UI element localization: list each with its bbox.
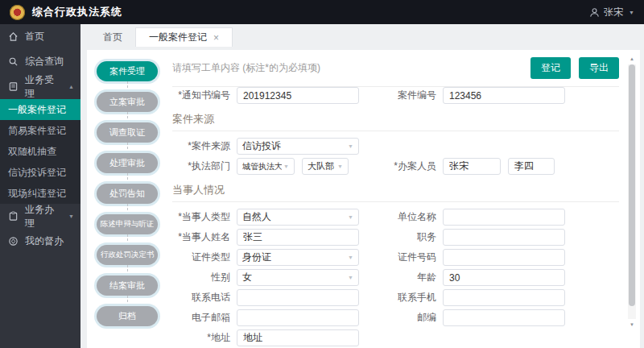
age-input[interactable] — [443, 269, 565, 286]
party-type-label: *当事人类型 — [172, 210, 237, 224]
org-name-input[interactable] — [443, 209, 565, 226]
step-investigation[interactable]: 调查取证 — [97, 122, 158, 143]
scroll-up-icon[interactable]: ▲ — [628, 55, 636, 63]
home-icon — [8, 31, 19, 42]
handler1-input[interactable] — [443, 158, 501, 175]
mobile-label: 联系手机 — [374, 291, 443, 304]
close-icon[interactable]: × — [213, 33, 219, 43]
id-type-select[interactable]: 身份证 ▼ — [237, 249, 359, 266]
org-name-label: 单位名称 — [374, 210, 443, 224]
gender-select[interactable]: 女 ▼ — [237, 269, 359, 286]
step-filing-approval[interactable]: 立案审批 — [97, 92, 158, 112]
zip-label: 邮编 — [374, 311, 443, 325]
step-archive[interactable]: 归档 — [97, 306, 158, 326]
sidebar-item-onsite[interactable]: 现场纠违登记 — [0, 183, 80, 204]
step-penalty-decision[interactable]: 行政处罚决定书 — [97, 245, 158, 265]
workflow-steps: 案件受理 立案审批 调查取证 处理审批 处罚告知 陈述申辩与听证 行政处罚决定书… — [87, 50, 161, 348]
step-case-acceptance[interactable]: 案件受理 — [97, 61, 158, 81]
tab-general-case[interactable]: 一般案件登记 × — [135, 27, 233, 47]
chevron-down-icon: ▼ — [348, 214, 353, 220]
register-button[interactable]: 登记 — [530, 57, 571, 79]
law-subdept-select[interactable]: 大队部 ▼ — [302, 158, 349, 175]
sidebar-item-general-case[interactable]: 一般案件登记 — [0, 99, 80, 120]
step-handling-approval[interactable]: 处理审批 — [97, 153, 158, 173]
case-no-label: 案件编号 — [374, 89, 443, 102]
party-name-input[interactable] — [237, 229, 359, 246]
sidebar-item-query[interactable]: 综合查询 — [0, 49, 80, 74]
document-icon — [8, 81, 19, 92]
handlers-label: *办案人员 — [374, 160, 443, 173]
export-button[interactable]: 导出 — [579, 57, 619, 79]
case-source-select[interactable]: 信访投诉 ▼ — [237, 138, 359, 155]
email-input[interactable] — [237, 309, 359, 326]
chevron-down-icon: ▼ — [629, 10, 634, 15]
chevron-down-icon: ▼ — [337, 164, 343, 169]
step-connector — [127, 112, 128, 122]
step-connector — [127, 81, 128, 92]
sidebar-item-supervision[interactable]: 我的督办 — [0, 229, 80, 254]
emblem-logo-icon — [10, 5, 25, 20]
section-party-info: 当事人情况 — [172, 178, 619, 202]
email-label: 电子邮箱 — [172, 311, 237, 325]
law-dept-select[interactable]: 城管执法大队 ▼ — [237, 158, 295, 175]
position-label: 职务 — [374, 230, 443, 244]
gender-label: 性别 — [172, 271, 237, 284]
chevron-down-icon: ▼ — [68, 213, 74, 219]
notice-no-label: *通知书编号 — [172, 89, 237, 102]
form-header: 请填写工单内容 (标注*的为必填项) 登记 导出 — [172, 50, 619, 87]
chevron-down-icon: ▼ — [348, 143, 353, 149]
sidebar-submenu: 一般案件登记 简易案件登记 双随机抽查 信访投诉登记 现场纠违登记 — [0, 99, 80, 204]
address-input[interactable] — [237, 329, 359, 346]
party-name-label: *当事人姓名 — [172, 230, 237, 244]
badge-icon — [8, 236, 19, 246]
step-connector — [127, 265, 128, 276]
address-label: *地址 — [172, 331, 237, 345]
scroll-down-icon[interactable]: ▼ — [628, 321, 636, 329]
notice-no-input[interactable] — [237, 87, 359, 104]
step-penalty-notice[interactable]: 处罚告知 — [97, 184, 158, 204]
mobile-input[interactable] — [443, 289, 565, 306]
chevron-down-icon: ▼ — [348, 255, 353, 260]
sidebar-item-petition[interactable]: 信访投诉登记 — [0, 162, 80, 183]
sidebar-item-acceptance[interactable]: 业务受理 ▲ — [0, 74, 80, 99]
clipboard-icon — [8, 211, 19, 222]
app-title: 综合行政执法系统 — [32, 5, 122, 19]
id-no-input[interactable] — [443, 249, 565, 266]
sidebar-item-home[interactable]: 首页 — [0, 24, 80, 49]
step-connector — [127, 204, 128, 214]
scrollbar-thumb[interactable] — [629, 64, 635, 306]
step-closing-approval[interactable]: 结案审批 — [97, 276, 158, 296]
phone-input[interactable] — [237, 289, 359, 306]
step-statement-hearing[interactable]: 陈述申辩与听证 — [97, 214, 158, 234]
search-icon — [8, 56, 19, 67]
sidebar-item-random-check[interactable]: 双随机抽查 — [0, 141, 80, 162]
chevron-up-icon: ▲ — [68, 84, 74, 89]
tab-bar: 首页 一般案件登记 × — [80, 24, 644, 47]
sidebar-item-processing[interactable]: 业务办理 ▼ — [0, 204, 80, 229]
scrollbar-track[interactable] — [628, 64, 636, 319]
step-connector — [127, 234, 128, 245]
age-label: 年龄 — [374, 271, 443, 284]
case-no-input[interactable] — [443, 87, 565, 104]
scrollbar: ▲ ▼ — [628, 55, 636, 329]
id-type-label: 证件类型 — [172, 251, 237, 264]
case-form: 请填写工单内容 (标注*的为必填项) 登记 导出 *通知书编号 案件编号 案件来… — [161, 50, 640, 348]
handler2-input[interactable] — [508, 158, 555, 175]
chevron-down-icon: ▼ — [348, 275, 353, 280]
step-connector — [127, 143, 128, 153]
law-dept-label: *执法部门 — [172, 160, 237, 173]
step-connector — [127, 173, 128, 184]
step-connector — [127, 296, 128, 306]
sidebar-item-simple-case[interactable]: 简易案件登记 — [0, 120, 80, 141]
id-no-label: 证件号码 — [374, 251, 443, 264]
sidebar: 首页 综合查询 业务受理 ▲ 一般案件登记 简易案件登记 双随机抽查 信访投诉登… — [0, 24, 80, 348]
party-type-select[interactable]: 自然人 ▼ — [237, 209, 359, 226]
user-icon — [589, 7, 600, 18]
tab-home[interactable]: 首页 — [90, 27, 135, 47]
case-source-label: *案件来源 — [172, 139, 237, 153]
main-content: 首页 一般案件登记 × 案件受理 立案审批 调查取证 处理审批 处罚告知 陈述申… — [80, 24, 644, 348]
position-input[interactable] — [443, 229, 565, 246]
case-panel: 案件受理 立案审批 调查取证 处理审批 处罚告知 陈述申辩与听证 行政处罚决定书… — [87, 50, 640, 348]
zip-input[interactable] — [443, 309, 565, 326]
user-menu[interactable]: 张宋 ▼ — [589, 6, 634, 19]
